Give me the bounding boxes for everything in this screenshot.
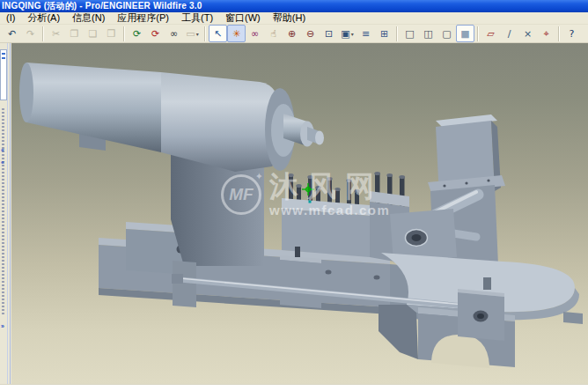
- view-manager-button[interactable]: ⊞: [375, 25, 393, 42]
- view-manager-icon: ⊞: [380, 29, 388, 39]
- toolbar-separator: [396, 26, 398, 41]
- cut-button: ✂: [47, 25, 65, 42]
- toolbar: ↶↷✂❐❏❒⟳⟳∞▭▾↖✳∞☝⊕⊖⊡▣▾≡⊞□◫▢■▱∕×⌖?: [0, 25, 588, 43]
- sash-line: [10, 43, 11, 384]
- datum-point-marker: [309, 201, 312, 203]
- title-bar[interactable]: INGQING (活动的) - Pro/ENGINEER Wildfire 3.…: [0, 0, 588, 12]
- sash-grip-handle[interactable]: [2, 108, 4, 316]
- undo-icon: ↶: [8, 29, 16, 39]
- datum-csys-button[interactable]: ⌖: [537, 25, 555, 42]
- navigator-tab-strip[interactable]: [0, 49, 7, 100]
- datum-points-icon: ×: [524, 29, 532, 39]
- paste-special-icon: ❒: [107, 29, 116, 39]
- datum-planes-icon: ▱: [487, 29, 494, 39]
- redo-icon: ↷: [26, 29, 34, 39]
- datum-axes-icon: ∕: [508, 29, 511, 39]
- refit-icon: ⊡: [325, 29, 333, 39]
- sash-line: [7, 43, 8, 384]
- regenerate-button[interactable]: ⟳: [128, 25, 146, 42]
- shaded-display-icon: ■: [460, 29, 469, 39]
- select-items-icon: ↖: [214, 29, 222, 39]
- zoom-out-button[interactable]: ⊖: [301, 25, 320, 42]
- navigator-sash[interactable]: « « »: [0, 43, 11, 384]
- find-button[interactable]: ∞: [165, 25, 183, 42]
- collapse-arrow-icon[interactable]: «: [1, 147, 4, 153]
- paste-icon: ❏: [89, 29, 98, 39]
- toolbar-separator: [123, 26, 125, 41]
- shaded-display-button[interactable]: ■: [456, 25, 474, 42]
- selection-filter-button: ▭▾: [183, 25, 202, 42]
- context-help-icon: ?: [570, 29, 575, 39]
- spin-center-button[interactable]: ✳: [227, 25, 246, 42]
- hidden-line-display-button[interactable]: ◫: [419, 25, 437, 42]
- pan-button[interactable]: ☝: [264, 25, 283, 42]
- menu-item[interactable]: 窗口(W): [219, 12, 267, 24]
- no-hidden-display-button[interactable]: ▢: [437, 25, 456, 42]
- layers-icon: ≡: [362, 29, 370, 39]
- spin-center-icon: ✳: [232, 29, 240, 39]
- message-area: [0, 384, 588, 391]
- paste-special-button: ❒: [102, 25, 121, 42]
- wireframe-display-button[interactable]: □: [401, 25, 419, 42]
- dropdown-arrow-icon[interactable]: ▾: [196, 31, 199, 37]
- pan-icon: ☝: [270, 29, 276, 39]
- wireframe-display-icon: □: [405, 29, 414, 39]
- model-tailstock[interactable]: [390, 114, 505, 271]
- menu-bar: (I)分析(A)信息(N)应用程序(P)工具(T)窗口(W)帮助(H): [0, 12, 588, 25]
- redo-button: ↷: [21, 25, 40, 42]
- saved-views-icon: ▣: [341, 29, 349, 39]
- paste-button: ❏: [84, 25, 102, 42]
- regenerate-manager-icon: ⟳: [151, 29, 159, 39]
- zoom-in-button[interactable]: ⊕: [283, 25, 301, 42]
- cad-model-lathe-assembly[interactable]: [11, 43, 588, 384]
- model-fixture-bolts[interactable]: [282, 172, 409, 264]
- menu-item[interactable]: 分析(A): [21, 12, 66, 24]
- app-window: INGQING (活动的) - Pro/ENGINEER Wildfire 3.…: [0, 0, 588, 391]
- reorient-view-icon: ∞: [251, 29, 259, 39]
- zoom-out-icon: ⊖: [306, 29, 314, 39]
- menu-item[interactable]: 信息(N): [66, 12, 111, 24]
- menu-item[interactable]: 应用程序(P): [111, 12, 175, 24]
- find-icon: ∞: [170, 29, 178, 39]
- menu-item[interactable]: (I): [0, 12, 21, 24]
- layers-button[interactable]: ≡: [356, 25, 375, 42]
- 3d-viewport[interactable]: MF ✦ 沐风网 www.mfcad.com: [11, 43, 588, 384]
- reorient-view-button[interactable]: ∞: [246, 25, 264, 42]
- datum-planes-button[interactable]: ▱: [481, 25, 500, 42]
- regenerate-icon: ⟳: [133, 29, 141, 39]
- datum-axes-button[interactable]: ∕: [500, 25, 518, 42]
- select-items-button[interactable]: ↖: [209, 25, 227, 42]
- regenerate-manager-button[interactable]: ⟳: [146, 25, 165, 42]
- collapse-arrow-icon[interactable]: «: [1, 159, 4, 166]
- copy-icon: ❐: [70, 29, 79, 39]
- datum-csys-icon: ⌖: [543, 29, 548, 39]
- copy-button: ❐: [65, 25, 84, 42]
- undo-button[interactable]: ↶: [3, 25, 21, 42]
- menu-item[interactable]: 工具(T): [175, 12, 219, 24]
- toolbar-separator: [204, 26, 206, 41]
- expand-arrow-icon[interactable]: »: [1, 323, 4, 329]
- toolbar-separator: [42, 26, 44, 41]
- zoom-in-icon: ⊕: [288, 29, 296, 39]
- no-hidden-display-icon: ▢: [442, 29, 451, 39]
- toolbar-separator: [477, 26, 479, 41]
- hidden-line-display-icon: ◫: [423, 29, 432, 39]
- datum-points-button[interactable]: ×: [518, 25, 537, 42]
- menu-item[interactable]: 帮助(H): [267, 12, 312, 24]
- context-help-button[interactable]: ?: [562, 25, 581, 42]
- selection-filter-icon: ▭: [186, 29, 195, 39]
- toolbar-separator: [558, 26, 560, 41]
- saved-views-button[interactable]: ▣▾: [338, 25, 356, 42]
- cut-icon: ✂: [52, 29, 60, 39]
- dropdown-arrow-icon[interactable]: ▾: [351, 31, 354, 37]
- window-title: INGQING (活动的) - Pro/ENGINEER Wildfire 3.…: [2, 1, 202, 11]
- refit-button[interactable]: ⊡: [320, 25, 338, 42]
